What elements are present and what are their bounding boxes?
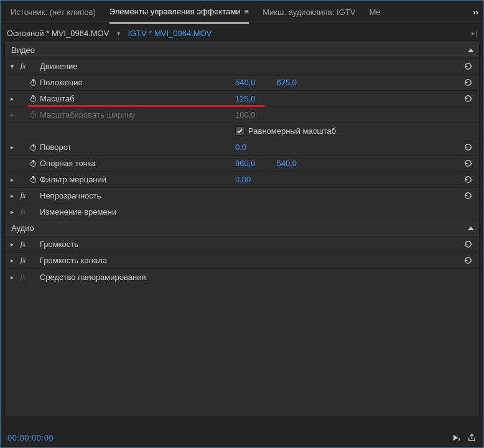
breadcrumb-master[interactable]: Основной * MVI_0964.MOV bbox=[7, 29, 109, 38]
reset-button[interactable] bbox=[462, 158, 474, 169]
effect-panner[interactable]: fx Средство панорамирования bbox=[5, 269, 479, 285]
reset-button[interactable] bbox=[462, 239, 474, 250]
audio-section-title: Аудио bbox=[11, 223, 468, 233]
timeline-toggle-icon[interactable]: ▸| bbox=[472, 29, 477, 37]
effect-channel-volume[interactable]: fx Громкость канала bbox=[5, 253, 479, 269]
tab-audio-mixer[interactable]: Микш. аудиоклипа: IGTV bbox=[263, 1, 355, 24]
fx-icon[interactable]: fx bbox=[17, 191, 29, 200]
reset-button[interactable] bbox=[462, 77, 474, 88]
toggle-arrow[interactable] bbox=[7, 241, 16, 248]
reset-button[interactable] bbox=[462, 61, 474, 72]
toggle-arrow bbox=[7, 111, 16, 118]
effect-channel-volume-label: Громкость канала bbox=[40, 256, 107, 265]
timecode-display[interactable]: 00:00:00:00 bbox=[7, 433, 54, 442]
fx-icon[interactable]: fx bbox=[17, 273, 29, 282]
toggle-arrow[interactable] bbox=[7, 208, 16, 215]
toggle-arrow[interactable] bbox=[7, 176, 16, 183]
toggle-arrow[interactable] bbox=[7, 95, 16, 102]
clip-breadcrumb: Основной * MVI_0964.MOV IGTV * MVI_0964.… bbox=[1, 24, 483, 42]
property-scale-width-label: Масштабировать ширину bbox=[40, 110, 135, 119]
breadcrumb-sep-icon[interactable] bbox=[114, 30, 123, 37]
scale-value[interactable]: 125,0 bbox=[235, 94, 256, 103]
property-flicker-label: Фильтр мерцаний bbox=[40, 175, 106, 184]
fx-icon[interactable]: fx bbox=[17, 256, 29, 265]
tab-effect-controls[interactable]: Элементы управления эффектами ≡ bbox=[109, 1, 249, 24]
anchor-x-value[interactable]: 960,0 bbox=[235, 159, 256, 168]
breadcrumb-sequence[interactable]: IGTV * MVI_0964.MOV bbox=[128, 29, 212, 38]
fx-icon[interactable]: fx bbox=[17, 240, 29, 249]
highlight-annotation bbox=[235, 105, 265, 107]
highlight-annotation bbox=[27, 105, 260, 107]
uniform-scale-label: Равномерный масштаб bbox=[248, 126, 336, 136]
property-position: Положение 540,0 675,0 bbox=[5, 75, 479, 91]
collapse-icon bbox=[468, 226, 474, 230]
stopwatch-icon[interactable] bbox=[27, 174, 39, 185]
anchor-y-value[interactable]: 540,0 bbox=[277, 159, 297, 168]
property-rotation: Поворот 0,0 bbox=[5, 139, 479, 156]
effect-opacity[interactable]: fx Непрозрачность bbox=[5, 188, 479, 204]
position-y-value[interactable]: 675,0 bbox=[277, 78, 297, 87]
footer: 00:00:00:00 bbox=[4, 429, 480, 446]
collapse-icon bbox=[468, 49, 474, 52]
tabs-overflow-icon[interactable]: ›› bbox=[473, 7, 478, 17]
reset-button[interactable] bbox=[462, 190, 474, 202]
reset-button[interactable] bbox=[462, 174, 474, 185]
fx-icon[interactable]: fx bbox=[17, 62, 29, 71]
toggle-arrow[interactable] bbox=[7, 63, 16, 70]
effect-volume[interactable]: fx Громкость bbox=[5, 236, 479, 253]
fx-icon[interactable]: fx bbox=[17, 207, 29, 217]
property-scale-width: Масштабировать ширину 100,0 bbox=[5, 107, 479, 123]
property-anchor-label: Опорная точка bbox=[40, 159, 95, 168]
export-icon[interactable] bbox=[467, 433, 477, 442]
effect-opacity-label: Непрозрачность bbox=[40, 191, 101, 200]
stopwatch-icon[interactable] bbox=[27, 158, 39, 169]
effect-panner-label: Средство панорамирования bbox=[40, 273, 146, 282]
tab-menu-icon[interactable]: ≡ bbox=[244, 7, 249, 16]
stopwatch-icon[interactable] bbox=[27, 93, 39, 105]
property-anchor-point: Опорная точка 960,0 540,0 bbox=[5, 156, 479, 172]
stopwatch-icon[interactable] bbox=[27, 142, 39, 153]
property-uniform-scale: Равномерный масштаб bbox=[5, 123, 479, 139]
toggle-arrow[interactable] bbox=[7, 257, 16, 264]
effect-volume-label: Громкость bbox=[40, 240, 78, 249]
tab-source[interactable]: Источник: (нет клипов) bbox=[11, 1, 96, 24]
audio-section-header[interactable]: Аудио bbox=[5, 220, 479, 236]
rotation-value[interactable]: 0,0 bbox=[235, 142, 246, 152]
panel-tabs: Источник: (нет клипов) Элементы управлен… bbox=[1, 1, 483, 24]
reset-button[interactable] bbox=[462, 255, 474, 266]
tab-metadata[interactable]: Ме bbox=[369, 1, 380, 24]
effect-motion[interactable]: fx Движение bbox=[5, 58, 479, 75]
video-section-title: Видео bbox=[11, 45, 468, 55]
video-section-header[interactable]: Видео bbox=[5, 42, 479, 58]
position-x-value[interactable]: 540,0 bbox=[235, 78, 256, 87]
uniform-scale-checkbox[interactable] bbox=[235, 126, 244, 136]
tab-effect-controls-label: Элементы управления эффектами bbox=[109, 7, 241, 16]
stopwatch-icon[interactable] bbox=[27, 77, 39, 88]
reset-button[interactable] bbox=[462, 93, 474, 105]
toggle-arrow[interactable] bbox=[7, 192, 16, 199]
property-scale-label: Масштаб bbox=[40, 94, 75, 103]
property-position-label: Положение bbox=[40, 78, 83, 87]
toggle-arrow[interactable] bbox=[7, 144, 16, 151]
flicker-value[interactable]: 0,00 bbox=[235, 175, 251, 184]
toggle-arrow[interactable] bbox=[7, 274, 16, 281]
property-scale: Масштаб 125,0 bbox=[5, 91, 479, 107]
property-rotation-label: Поворот bbox=[40, 142, 72, 152]
reset-button[interactable] bbox=[462, 142, 474, 153]
effect-controls-panel: Видео fx Движение Положение 540,0 675,0 bbox=[4, 42, 480, 416]
play-only-icon[interactable] bbox=[452, 433, 461, 442]
effect-motion-label: Движение bbox=[40, 62, 78, 71]
property-anti-flicker: Фильтр мерцаний 0,00 bbox=[5, 172, 479, 188]
effect-time-remapping[interactable]: fx Изменение времени bbox=[5, 204, 479, 220]
effect-time-remap-label: Изменение времени bbox=[40, 207, 116, 217]
scale-width-value: 100,0 bbox=[235, 110, 256, 119]
stopwatch-icon bbox=[27, 110, 39, 121]
